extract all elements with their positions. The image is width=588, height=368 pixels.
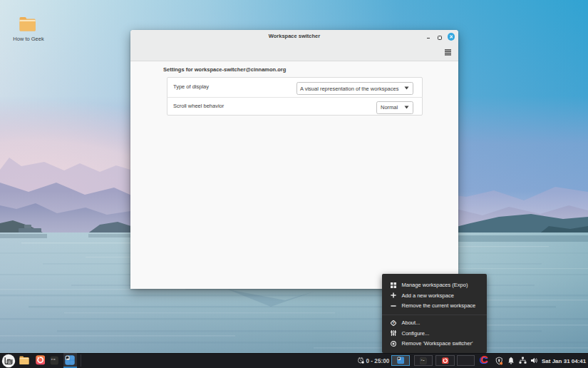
svg-text:>: > [421, 359, 423, 362]
svg-text:?: ? [392, 321, 395, 325]
